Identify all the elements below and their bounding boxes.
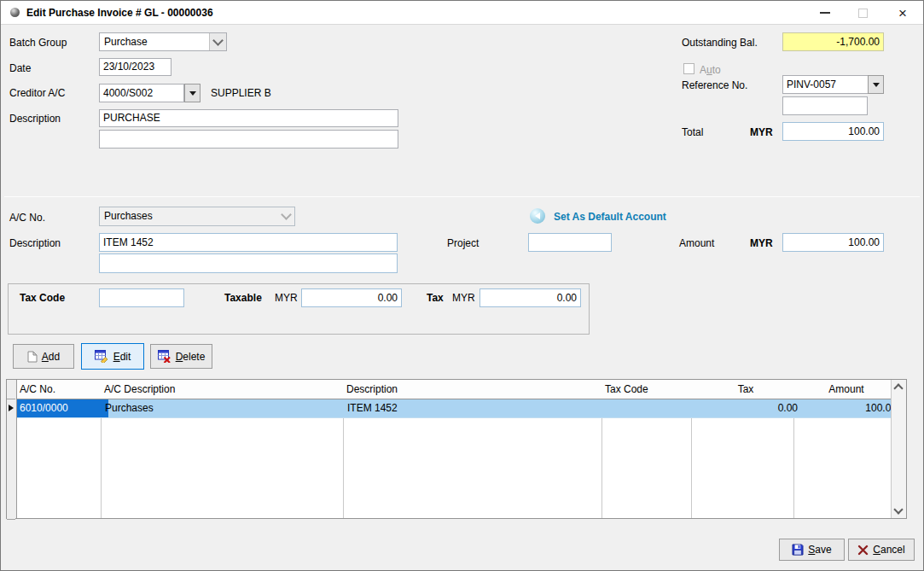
minimize-button[interactable]: [811, 3, 840, 23]
row-indicator-gutter: [7, 380, 17, 518]
reference-no-field-2[interactable]: [782, 96, 868, 115]
edit-button[interactable]: Edit: [81, 343, 144, 370]
taxable-field[interactable]: 0.00: [301, 288, 402, 307]
gutter-cell: [7, 489, 15, 508]
gutter-cell: [7, 417, 15, 436]
taxable-label: Taxable: [224, 292, 262, 304]
outstanding-balance-field: -1,700.00: [782, 32, 884, 51]
tax-label: Tax: [427, 292, 444, 304]
description-field-2[interactable]: [99, 130, 398, 149]
cell-tax-code[interactable]: [601, 399, 700, 417]
delete-button-label: Delete: [176, 351, 206, 363]
detail-description-label: Description: [9, 237, 61, 249]
close-icon: ×: [898, 6, 907, 20]
batch-group-label: Batch Group: [9, 37, 67, 49]
title-bar: Edit Purchase Invoice # GL - 00000036 ×: [1, 1, 923, 25]
creditor-field[interactable]: 4000/S002: [99, 84, 184, 102]
reference-no-label: Reference No.: [682, 79, 747, 91]
save-button[interactable]: Save: [779, 539, 845, 561]
column-header-amount: Amount: [793, 380, 899, 399]
creditor-name: SUPPLIER B: [211, 87, 271, 99]
account-no-combo: Purchases: [99, 207, 295, 226]
chevron-down-icon[interactable]: [209, 33, 226, 50]
table-row[interactable]: 6010/0000 Purchases ITEM 1452 0.00 100.0…: [16, 399, 892, 418]
tax-code-field[interactable]: [99, 288, 184, 307]
delete-button[interactable]: Delete: [150, 344, 212, 369]
close-button[interactable]: ×: [888, 3, 917, 23]
save-button-label: Save: [808, 544, 831, 556]
cell-tax[interactable]: 0.00: [691, 399, 802, 417]
chevron-down-icon: [893, 504, 903, 514]
scroll-up-button[interactable]: [892, 380, 905, 394]
dropdown-arrow-icon: [873, 83, 880, 87]
date-label: Date: [9, 62, 31, 74]
column-header-tax-code: Tax Code: [601, 380, 698, 399]
arrow-left-icon: [535, 213, 540, 219]
delete-grid-x-icon: [158, 350, 171, 363]
batch-group-value: Purchase: [104, 36, 148, 48]
minimize-icon: [820, 12, 830, 14]
grid-vertical-scrollbar[interactable]: [891, 380, 906, 518]
cancel-x-icon: [857, 545, 869, 556]
column-header-ac-description: A/C Description: [101, 380, 350, 399]
set-default-account-link[interactable]: Set As Default Account: [554, 211, 666, 223]
cell-ac-no[interactable]: 6010/0000: [16, 399, 108, 417]
amount-currency: MYR: [750, 237, 773, 249]
edit-purchase-invoice-window: Edit Purchase Invoice # GL - 00000036 × …: [0, 0, 924, 571]
column-header-tax: Tax: [691, 380, 800, 399]
reference-no-field[interactable]: PINV-0057: [782, 75, 869, 94]
chevron-down-icon: [278, 207, 294, 225]
total-currency: MYR: [750, 126, 773, 138]
project-label: Project: [447, 237, 479, 249]
add-page-icon: [27, 351, 38, 363]
creditor-dropdown-button[interactable]: [184, 84, 200, 102]
cell-amount[interactable]: 100.00: [793, 399, 901, 417]
cell-description[interactable]: ITEM 1452: [343, 399, 610, 417]
auto-checkbox: [683, 63, 694, 74]
description-label: Description: [9, 113, 61, 125]
description-field-1[interactable]: PURCHASE: [99, 109, 398, 127]
auto-label: Auto: [700, 64, 721, 76]
account-no-value: Purchases: [104, 210, 153, 222]
tax-field[interactable]: 0.00: [479, 288, 581, 307]
gutter-cell: [7, 507, 15, 520]
total-field: 100.00: [782, 122, 884, 141]
window-title: Edit Purchase Invoice # GL - 00000036: [26, 7, 213, 19]
dropdown-arrow-icon: [189, 91, 196, 96]
gutter-cell: [7, 471, 15, 490]
amount-label: Amount: [679, 237, 714, 249]
save-floppy-icon: [792, 544, 804, 556]
batch-group-combo[interactable]: Purchase: [99, 32, 227, 51]
edit-grid-pencil-icon: [95, 350, 109, 363]
gutter-cell: [7, 453, 15, 472]
grid-header-row: A/C No. A/C Description Description Tax …: [16, 380, 892, 399]
date-field[interactable]: 23/10/2023: [99, 58, 171, 76]
project-field[interactable]: [528, 233, 612, 252]
account-no-label: A/C No.: [9, 212, 45, 224]
row-indicator-icon: [9, 405, 14, 411]
taxable-currency: MYR: [275, 292, 298, 304]
app-icon: [10, 8, 20, 17]
maximize-button: [848, 3, 877, 23]
column-header-description: Description: [343, 380, 608, 399]
chevron-up-icon: [893, 383, 903, 393]
scroll-down-button[interactable]: [892, 504, 905, 518]
gutter-cell-selected: [7, 399, 15, 418]
cancel-button[interactable]: Cancel: [848, 539, 915, 561]
detail-description-field-1[interactable]: ITEM 1452: [99, 233, 398, 252]
add-button[interactable]: Add: [13, 344, 74, 369]
tax-currency: MYR: [452, 292, 475, 304]
gutter-cell: [7, 380, 15, 399]
cell-ac-description[interactable]: Purchases: [101, 399, 352, 417]
maximize-icon: [858, 9, 868, 18]
amount-field[interactable]: 100.00: [782, 233, 884, 252]
tax-code-label: Tax Code: [20, 292, 65, 304]
cancel-button-label: Cancel: [873, 544, 904, 556]
line-items-grid: A/C No. A/C Description Description Tax …: [6, 379, 907, 519]
set-default-icon[interactable]: [530, 208, 545, 224]
reference-dropdown-button[interactable]: [868, 75, 884, 94]
add-button-label: Add: [42, 351, 60, 363]
edit-button-label: Edit: [113, 351, 131, 363]
detail-description-field-2[interactable]: [99, 253, 398, 273]
creditor-label: Creditor A/C: [9, 87, 65, 99]
